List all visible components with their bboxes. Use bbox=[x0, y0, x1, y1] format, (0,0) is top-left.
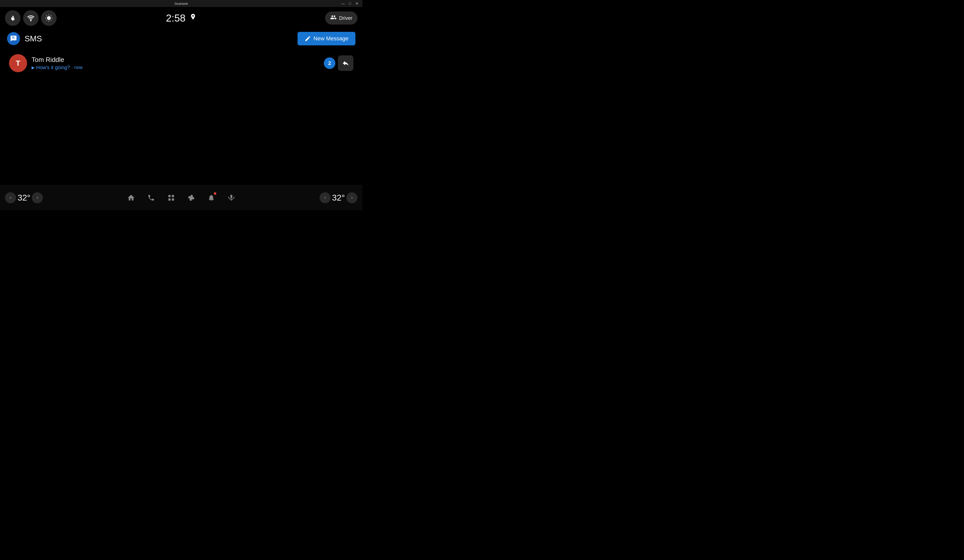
new-message-label: New Message bbox=[314, 35, 348, 42]
message-actions: 2 bbox=[324, 55, 353, 71]
svg-line-8 bbox=[46, 20, 47, 21]
status-center: 2:58 bbox=[166, 13, 197, 24]
new-message-button[interactable]: New Message bbox=[298, 32, 355, 46]
reply-button[interactable] bbox=[338, 55, 353, 71]
status-icons-left bbox=[5, 10, 57, 26]
reply-icon bbox=[342, 59, 349, 67]
svg-point-10 bbox=[191, 197, 192, 198]
temp-left-area: 32° bbox=[5, 192, 43, 203]
contact-avatar: T bbox=[9, 54, 27, 72]
grid-button[interactable] bbox=[164, 191, 178, 204]
fan-button[interactable] bbox=[185, 191, 198, 204]
svg-line-4 bbox=[46, 16, 47, 16]
temp-right: 32° bbox=[332, 193, 345, 203]
home-icon bbox=[127, 194, 135, 202]
message-dot: · bbox=[72, 65, 73, 70]
brightness-button[interactable] bbox=[41, 10, 57, 26]
driver-icon bbox=[330, 14, 337, 22]
bell-icon bbox=[208, 194, 215, 202]
message-content: Tom Riddle ▶ How's it going? · now bbox=[32, 56, 319, 70]
driver-label: Driver bbox=[339, 15, 352, 21]
svg-point-1 bbox=[47, 16, 50, 20]
unread-badge: 2 bbox=[324, 57, 335, 69]
maximize-button[interactable]: □ bbox=[347, 1, 352, 6]
message-time: now bbox=[75, 65, 83, 70]
bottom-bar: 32° bbox=[0, 185, 362, 210]
pencil-icon bbox=[305, 35, 311, 42]
title-bar: Seahawk — □ ✕ bbox=[0, 0, 362, 7]
window-controls: — □ ✕ bbox=[340, 1, 360, 6]
message-item[interactable]: T Tom Riddle ▶ How's it going? · now 2 bbox=[5, 50, 357, 76]
svg-line-5 bbox=[51, 20, 51, 21]
home-button[interactable] bbox=[125, 191, 138, 204]
brightness-icon bbox=[45, 14, 53, 22]
app-title: SMS bbox=[24, 34, 42, 43]
app-header: SMS New Message bbox=[0, 29, 362, 48]
bluetooth-icon bbox=[9, 15, 16, 21]
contact-name: Tom Riddle bbox=[32, 56, 319, 63]
phone-icon bbox=[147, 194, 155, 202]
clock: 2:58 bbox=[166, 13, 186, 24]
wifi-icon bbox=[27, 14, 34, 22]
window-title: Seahawk bbox=[174, 2, 188, 5]
minimize-button[interactable]: — bbox=[340, 1, 345, 6]
message-preview: ▶ How's it going? · now bbox=[32, 65, 319, 70]
app-title-area: SMS bbox=[7, 32, 42, 45]
grid-icon bbox=[168, 194, 175, 202]
status-bar: 2:58 Driver bbox=[0, 7, 362, 29]
bottom-nav bbox=[125, 191, 238, 204]
play-icon: ▶ bbox=[32, 65, 34, 70]
temp-right-prev-button[interactable] bbox=[319, 192, 331, 203]
bluetooth-button[interactable] bbox=[5, 10, 21, 26]
temp-left-prev-button[interactable] bbox=[5, 192, 16, 203]
temp-right-next-button[interactable] bbox=[347, 192, 357, 203]
sms-icon bbox=[7, 32, 20, 45]
svg-point-0 bbox=[31, 20, 31, 21]
fan-icon bbox=[187, 194, 195, 202]
temp-left-next-button[interactable] bbox=[32, 192, 43, 203]
temp-right-area: 32° bbox=[319, 192, 357, 203]
message-text: How's it going? bbox=[36, 65, 70, 70]
location-icon bbox=[189, 13, 197, 23]
temp-left: 32° bbox=[18, 193, 30, 203]
contact-initial: T bbox=[16, 59, 20, 67]
bell-button[interactable] bbox=[205, 191, 218, 204]
mic-icon bbox=[228, 194, 235, 202]
messages-list: T Tom Riddle ▶ How's it going? · now 2 bbox=[0, 48, 362, 78]
phone-button[interactable] bbox=[145, 191, 158, 204]
svg-line-9 bbox=[51, 16, 51, 16]
wifi-button[interactable] bbox=[23, 10, 39, 26]
driver-button[interactable]: Driver bbox=[325, 11, 357, 24]
close-button[interactable]: ✕ bbox=[354, 1, 360, 6]
mic-button[interactable] bbox=[225, 191, 238, 204]
notification-dot bbox=[214, 192, 216, 195]
